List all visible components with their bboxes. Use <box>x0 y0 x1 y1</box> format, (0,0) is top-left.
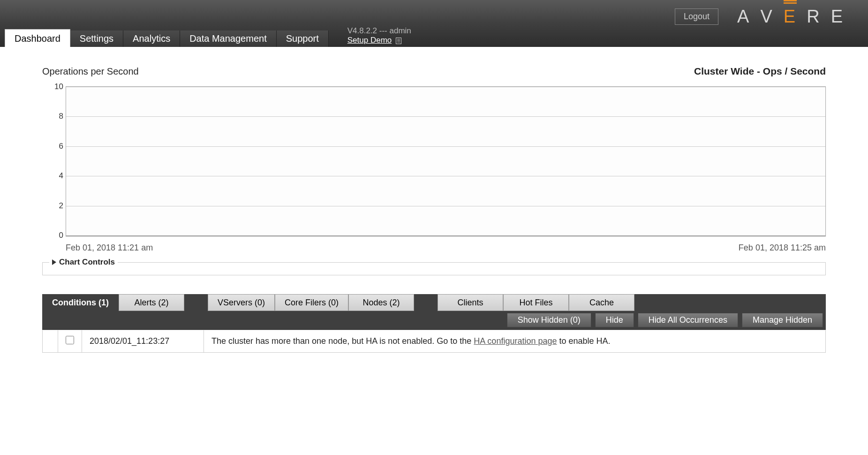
subtab-cache[interactable]: Cache <box>569 294 634 311</box>
subtab-nodes[interactable]: Nodes (2) <box>348 294 414 311</box>
logo-letter: A <box>737 7 755 27</box>
subtab-alerts[interactable]: Alerts (2) <box>119 294 184 311</box>
table-row: 2018/02/01_11:23:27 The cluster has more… <box>43 330 826 353</box>
tab-settings[interactable]: Settings <box>70 30 123 47</box>
logo-letter: R <box>807 7 826 27</box>
ha-config-link[interactable]: HA configuration page <box>474 336 557 346</box>
tab-analytics[interactable]: Analytics <box>123 30 180 47</box>
subtab-vservers[interactable]: VServers (0) <box>208 294 275 311</box>
chart-title-left: Operations per Second <box>42 66 139 77</box>
subtab-corefilers[interactable]: Core Filers (0) <box>275 294 348 311</box>
status-actions: Show Hidden (0) Hide Hide All Occurrence… <box>42 311 826 330</box>
conditions-table: 2018/02/01_11:23:27 The cluster has more… <box>42 330 826 353</box>
ytick: 4 <box>47 171 63 181</box>
row-expand-cell[interactable] <box>43 330 58 353</box>
brand-logo: A V E R E <box>737 7 849 27</box>
show-hidden-button[interactable]: Show Hidden (0) <box>507 313 591 327</box>
chart-controls-label: Chart Controls <box>59 258 115 267</box>
subtab-hotfiles[interactable]: Hot Files <box>503 294 569 311</box>
subtab-clients[interactable]: Clients <box>438 294 503 311</box>
ytick: 0 <box>47 231 63 240</box>
manage-hidden-button[interactable]: Manage Hidden <box>742 313 823 327</box>
chart: 10 8 6 4 2 0 Feb 01, 2018 11:21 am Feb 0… <box>42 86 826 253</box>
version-info: V4.8.2.2 --- admin Setup Demo <box>347 26 411 47</box>
status-tabs: Conditions (1) Alerts (2) VServers (0) C… <box>42 294 826 311</box>
chart-controls-toggle[interactable]: Chart Controls <box>49 258 118 267</box>
ytick: 10 <box>47 82 63 91</box>
ytick: 8 <box>47 112 63 121</box>
tab-dashboard[interactable]: Dashboard <box>5 29 70 47</box>
logo-letter: E <box>831 7 849 27</box>
chart-header: Operations per Second Cluster Wide - Ops… <box>42 66 826 77</box>
chart-title-right: Cluster Wide - Ops / Second <box>694 66 826 77</box>
x-axis-end: Feb 01, 2018 11:25 am <box>739 243 826 253</box>
row-checkbox[interactable] <box>66 336 74 344</box>
ytick: 2 <box>47 201 63 211</box>
condition-message: The cluster has more than one node, but … <box>204 330 826 353</box>
chart-plot-area: 10 8 6 4 2 0 <box>66 86 826 236</box>
main-nav: Dashboard Settings Analytics Data Manage… <box>0 30 411 47</box>
logo-letter-highlight: E <box>784 7 802 27</box>
status-panel: Conditions (1) Alerts (2) VServers (0) C… <box>42 294 826 353</box>
version-line: V4.8.2.2 --- admin <box>347 26 411 36</box>
ytick: 6 <box>47 142 63 151</box>
tab-data-management[interactable]: Data Management <box>180 30 277 47</box>
condition-timestamp: 2018/02/01_11:23:27 <box>82 330 204 353</box>
expand-icon <box>52 259 56 265</box>
x-axis-start: Feb 01, 2018 11:21 am <box>66 243 153 253</box>
subtab-conditions[interactable]: Conditions (1) <box>42 294 119 311</box>
setup-demo-link[interactable]: Setup Demo <box>347 36 392 45</box>
hide-all-button[interactable]: Hide All Occurrences <box>638 313 738 327</box>
document-icon <box>396 38 401 44</box>
tab-support[interactable]: Support <box>277 30 329 47</box>
app-header: Logout A V E R E Dashboard Settings Anal… <box>0 0 868 47</box>
logout-button[interactable]: Logout <box>675 8 718 25</box>
chart-controls-panel: Chart Controls <box>42 262 826 275</box>
hide-button[interactable]: Hide <box>595 313 634 327</box>
logo-letter: V <box>760 7 778 27</box>
